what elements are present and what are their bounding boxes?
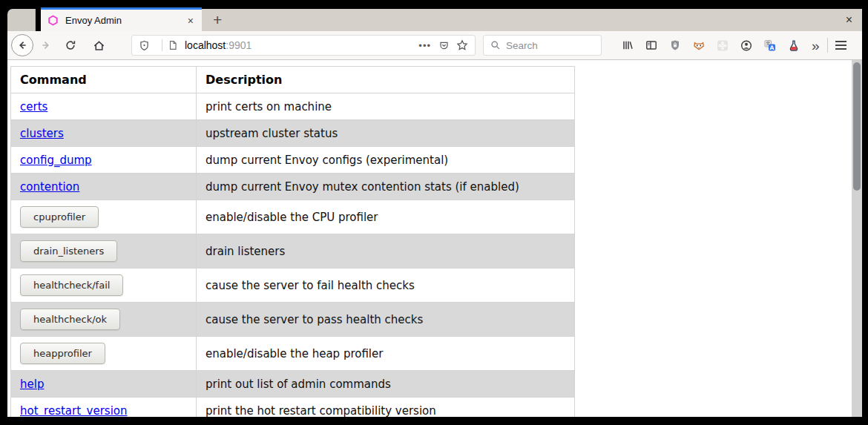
toolbar-icons: A »	[622, 38, 849, 53]
description-cell: print out list of admin commands	[197, 371, 575, 398]
page-actions-icon[interactable]: •••	[418, 40, 431, 51]
table-row: helpprint out list of admin commands	[11, 371, 575, 398]
page-info-icon[interactable]	[168, 40, 178, 50]
envoy-favicon-icon	[47, 15, 59, 26]
url-host-text: localhost	[185, 39, 226, 51]
command-link[interactable]: contention	[20, 180, 79, 194]
column-header-command: Command	[11, 67, 197, 93]
command-link[interactable]: certs	[20, 100, 47, 113]
atom-extension-icon[interactable]	[717, 39, 729, 51]
description-cell: enable/disable the CPU profiler	[197, 200, 575, 234]
toolbar-divider	[827, 38, 828, 53]
forward-arrow-icon	[40, 39, 52, 51]
admin-command-table: Command Description certsprint certs on …	[10, 66, 575, 417]
description-cell: drain listeners	[197, 234, 575, 268]
bookmark-star-icon[interactable]	[456, 39, 468, 51]
window-close-button[interactable]: ×	[846, 14, 852, 26]
command-cell: help	[11, 371, 197, 398]
table-row: clustersupstream cluster status	[11, 120, 575, 147]
description-cell: cause the server to fail health checks	[197, 268, 575, 303]
table-header-row: Command Description	[11, 67, 575, 93]
description-cell: dump current Envoy mutex contention stat…	[197, 174, 575, 200]
shield-lock-extension-icon[interactable]	[669, 39, 681, 51]
command-cell: healthcheck/ok	[11, 303, 197, 337]
column-header-description: Description	[197, 67, 575, 93]
command-cell: heapprofiler	[11, 337, 197, 371]
svg-text:A: A	[770, 44, 775, 50]
back-button[interactable]	[11, 34, 33, 56]
translate-extension-icon[interactable]: A	[764, 39, 776, 51]
search-input[interactable]	[506, 40, 601, 51]
permissions-shield-icon[interactable]	[139, 40, 150, 51]
search-bar[interactable]	[483, 35, 602, 56]
menu-icon[interactable]	[835, 41, 846, 50]
command-link[interactable]: clusters	[20, 127, 64, 140]
search-icon	[490, 40, 501, 50]
new-tab-button[interactable]: +	[210, 10, 225, 30]
command-button[interactable]: heapprofiler	[20, 343, 105, 364]
flask-extension-icon[interactable]	[788, 39, 800, 51]
account-icon[interactable]	[740, 39, 752, 51]
scrollbar-thumb[interactable]	[853, 62, 861, 191]
back-arrow-icon	[16, 39, 28, 51]
page-scrollbar[interactable]	[852, 60, 862, 417]
forward-button[interactable]	[36, 36, 56, 55]
command-link[interactable]: hot_restart_version	[20, 404, 128, 418]
command-cell: drain_listeners	[11, 234, 197, 268]
tab-envoy-admin[interactable]: Envoy Admin ×	[41, 7, 202, 31]
navigation-toolbar: localhost :9901 •••	[7, 31, 862, 60]
table-row: hot_restart_versionprint the hot restart…	[11, 398, 575, 418]
description-cell: print certs on machine	[197, 93, 575, 120]
command-link[interactable]: help	[20, 378, 44, 391]
command-table-body: certsprint certs on machineclustersupstr…	[11, 93, 575, 418]
command-cell: cpuprofiler	[11, 200, 197, 234]
description-cell: enable/disable the heap profiler	[197, 337, 575, 371]
table-row: drain_listenersdrain listeners	[11, 234, 575, 268]
command-link[interactable]: config_dump	[20, 154, 92, 167]
command-cell: contention	[11, 174, 197, 200]
page-content: Command Description certsprint certs on …	[7, 60, 862, 417]
table-row: config_dumpdump current Envoy configs (e…	[11, 147, 575, 174]
command-cell: healthcheck/fail	[11, 268, 197, 303]
table-row: heapprofilerenable/disable the heap prof…	[11, 337, 575, 371]
overflow-chevron-icon[interactable]: »	[812, 39, 820, 53]
sidebar-toggle-icon[interactable]	[645, 39, 657, 51]
library-icon[interactable]	[622, 39, 634, 51]
tab-strip: + ×	[202, 9, 862, 31]
pocket-icon[interactable]	[438, 40, 450, 51]
tab-close-icon[interactable]: ×	[185, 16, 196, 26]
command-button[interactable]: healthcheck/ok	[20, 309, 120, 330]
titlebar-spacer	[7, 9, 36, 31]
home-button[interactable]	[89, 36, 108, 55]
table-row: healthcheck/failcause the server to fail…	[11, 268, 575, 303]
home-icon	[93, 39, 105, 52]
command-button[interactable]: healthcheck/fail	[20, 274, 123, 296]
tab-bar: Envoy Admin × + ×	[7, 7, 862, 31]
description-cell: upstream cluster status	[197, 120, 575, 147]
fox-extension-icon[interactable]	[693, 39, 705, 51]
command-cell: clusters	[11, 120, 197, 147]
reload-button[interactable]	[61, 36, 80, 55]
urlbar-divider	[162, 39, 162, 51]
command-button[interactable]: drain_listeners	[20, 240, 117, 262]
browser-window: Envoy Admin × + ×	[0, 0, 868, 425]
url-bar[interactable]: localhost :9901 •••	[131, 35, 476, 56]
reload-icon	[65, 39, 76, 51]
table-row: certsprint certs on machine	[11, 93, 575, 120]
command-cell: certs	[11, 93, 197, 120]
table-row: contentiondump current Envoy mutex conte…	[11, 174, 575, 200]
description-cell: cause the server to pass health checks	[197, 303, 575, 337]
command-button[interactable]: cpuprofiler	[20, 206, 99, 228]
description-cell: print the hot restart compatibility vers…	[197, 398, 575, 418]
table-row: cpuprofilerenable/disable the CPU profil…	[11, 200, 575, 234]
url-port-text: :9901	[226, 39, 251, 51]
description-cell: dump current Envoy configs (experimental…	[197, 147, 575, 174]
tab-title: Envoy Admin	[65, 15, 185, 26]
command-cell: config_dump	[11, 147, 197, 174]
table-row: healthcheck/okcause the server to pass h…	[11, 303, 575, 337]
command-cell: hot_restart_version	[11, 398, 197, 418]
